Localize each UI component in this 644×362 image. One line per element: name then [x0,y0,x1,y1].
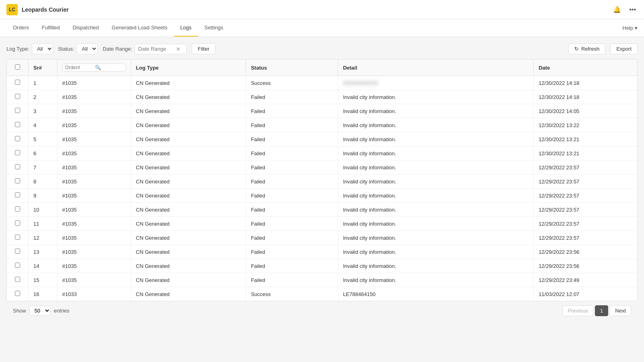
row-checkbox[interactable] [15,136,20,141]
nav-tab-generated-load-sheets[interactable]: Generated Load Sheets [105,19,174,37]
logs-table: Sr# 🔍 Log Type Status Detail Date 1#1035… [7,60,637,301]
cell-log-type: CN Generated [131,76,246,90]
logo-icon: LC [6,4,18,15]
cell-status: Failed [246,118,338,132]
cell-date: 12/29/2022 23:57 [534,217,637,231]
cell-detail: Invalid city information. [338,90,534,104]
cell-status: Failed [246,175,338,189]
cell-sr: 12 [29,231,57,245]
cell-log-type: CN Generated [131,217,246,231]
date-range-clear-btn[interactable]: ✕ [176,46,181,52]
cell-order: #1035 [57,118,131,132]
cell-log-type: CN Generated [131,175,246,189]
cell-sr: 10 [29,203,57,217]
row-checkbox[interactable] [15,122,20,127]
cell-sr: 14 [29,259,57,273]
row-checkbox-cell [7,104,29,118]
nav-tab-orders[interactable]: Orders [6,19,35,37]
prev-page-btn[interactable]: Previous [562,305,593,316]
row-checkbox[interactable] [15,94,20,99]
app-title: Leopards Courier [22,6,69,13]
row-checkbox[interactable] [15,277,20,282]
col-header-sr: Sr# [29,60,57,76]
cell-status: Success [246,76,338,90]
cell-sr: 3 [29,104,57,118]
order-search-input[interactable] [65,65,93,70]
cell-date: 12/30/2022 14:18 [534,76,637,90]
row-checkbox-cell [7,203,29,217]
table-row: 4#1035CN GeneratedFailedInvalid city inf… [7,118,637,132]
row-checkbox[interactable] [15,150,20,155]
row-checkbox[interactable] [15,80,20,85]
cell-status: Failed [246,259,338,273]
row-checkbox[interactable] [15,220,20,226]
log-type-select[interactable]: All [32,43,53,54]
row-checkbox-cell [7,132,29,146]
cell-order: #1035 [57,90,131,104]
cell-status: Failed [246,189,338,203]
cell-log-type: CN Generated [131,259,246,273]
entries-select[interactable]: 50 [29,306,51,316]
cell-order: #1035 [57,132,131,146]
row-checkbox[interactable] [15,234,20,240]
cell-order: #1035 [57,146,131,160]
cell-log-type: CN Generated [131,118,246,132]
cell-log-type: CN Generated [131,273,246,287]
nav-help[interactable]: Help ▾ [622,25,638,31]
row-checkbox[interactable] [15,291,20,296]
page-1-btn[interactable]: 1 [595,305,608,316]
cell-log-type: CN Generated [131,189,246,203]
select-all-checkbox[interactable] [15,64,20,70]
nav-tab-logs[interactable]: Logs [174,19,198,37]
row-checkbox[interactable] [15,206,20,212]
table-row: 15#1035CN GeneratedFailedInvalid city in… [7,273,637,287]
row-checkbox-cell [7,217,29,231]
refresh-button[interactable]: ↻ Refresh [568,43,606,54]
cell-log-type: CN Generated [131,146,246,160]
nav-tab-fulfilled[interactable]: Fulfilled [35,19,66,37]
filter-button[interactable]: Filter [192,43,215,54]
col-header-checkbox [7,60,29,76]
cell-log-type: CN Generated [131,90,246,104]
cell-order: #1035 [57,76,131,90]
cell-detail: Invalid city information. [338,104,534,118]
cell-date: 11/03/2022 12:07 [534,287,637,301]
log-type-label: Log Type: [6,46,29,52]
status-select[interactable]: All [76,43,98,54]
row-checkbox[interactable] [15,192,20,197]
pagination: Previous 1 Next [562,305,631,316]
cell-sr: 13 [29,245,57,259]
show-entries: Show 50 entries [13,306,70,316]
table-body: 1#1035CN GeneratedSuccessXXXXXXXXXX12/30… [7,76,637,301]
nav-tab-dispatched[interactable]: Dispatched [66,19,105,37]
cell-log-type: CN Generated [131,203,246,217]
date-range-input[interactable] [138,46,174,52]
cell-detail: Invalid city information. [338,245,534,259]
table-row: 5#1035CN GeneratedFailedInvalid city inf… [7,132,637,146]
more-options-btn[interactable]: ••• [627,4,638,15]
cell-date: 12/29/2022 23:57 [534,160,637,175]
nav-tabs: Orders Fulfilled Dispatched Generated Lo… [6,19,230,37]
export-button[interactable]: Export [610,43,638,54]
cell-log-type: CN Generated [131,132,246,146]
cell-date: 12/30/2022 13:21 [534,146,637,160]
next-page-btn[interactable]: Next [610,305,631,316]
row-checkbox-cell [7,287,29,301]
show-label: Show [13,308,26,314]
cell-status: Failed [246,104,338,118]
notification-icon-btn[interactable]: 🔔 [611,4,623,15]
cell-sr: 4 [29,118,57,132]
cell-detail: Invalid city information. [338,259,534,273]
row-checkbox[interactable] [15,263,20,268]
row-checkbox[interactable] [15,164,20,169]
table-row: 9#1035CN GeneratedFailedInvalid city inf… [7,189,637,203]
row-checkbox[interactable] [15,108,20,113]
row-checkbox-cell [7,245,29,259]
row-checkbox[interactable] [15,249,20,254]
col-header-date: Date [534,60,637,76]
cell-status: Failed [246,146,338,160]
row-checkbox[interactable] [15,178,20,183]
cell-date: 12/30/2022 13:21 [534,132,637,146]
nav-tab-settings[interactable]: Settings [198,19,230,37]
cell-detail: Invalid city information. [338,217,534,231]
